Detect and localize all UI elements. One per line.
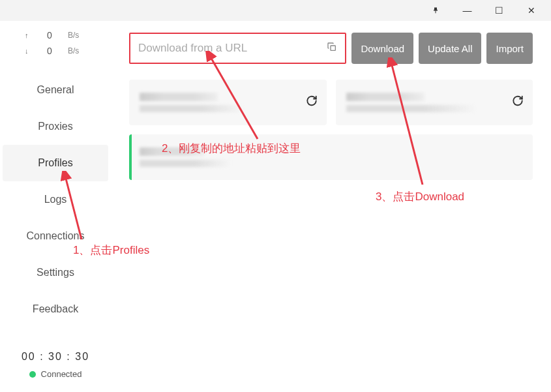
download-button[interactable]: Download (351, 33, 413, 64)
speed-indicator: ↑ 0 B/s ↓ 0 B/s (0, 21, 111, 72)
sidebar: ↑ 0 B/s ↓ 0 B/s General Proxies Profiles… (0, 21, 111, 392)
profile-title-redacted (140, 147, 205, 156)
nav-item-settings[interactable]: Settings (3, 254, 108, 291)
download-speed-unit: B/s (68, 46, 86, 55)
download-arrow-icon: ↓ (25, 47, 31, 55)
profile-subtitle-redacted (346, 105, 477, 112)
status-text: Connected (41, 369, 82, 379)
profile-card[interactable] (336, 80, 533, 125)
paste-icon[interactable] (327, 42, 337, 55)
svg-rect-0 (331, 46, 335, 50)
content-area: Download Update All Import (111, 21, 551, 392)
download-speed-value: 0 (43, 46, 56, 56)
maximize-button[interactable]: ☐ (484, 1, 514, 20)
titlebar: — ☐ ✕ (0, 0, 551, 21)
url-input[interactable] (138, 42, 327, 55)
status-dot-icon (29, 371, 36, 378)
minimize-button[interactable]: — (453, 1, 482, 20)
nav-item-general[interactable]: General (3, 72, 108, 108)
profile-card[interactable] (129, 80, 327, 125)
update-all-button[interactable]: Update All (419, 33, 481, 64)
nav-item-connections[interactable]: Connections (3, 218, 108, 254)
connection-timer: 00 : 30 : 30 (0, 351, 111, 363)
upload-arrow-icon: ↑ (25, 31, 31, 39)
profile-card-active[interactable] (129, 134, 533, 180)
nav-item-feedback[interactable]: Feedback (3, 291, 108, 327)
nav-item-profiles[interactable]: Profiles (3, 145, 108, 181)
profile-title-redacted (346, 93, 424, 101)
pin-icon[interactable] (421, 1, 450, 20)
top-bar: Download Update All Import (129, 33, 533, 64)
refresh-icon[interactable] (512, 95, 524, 110)
nav-item-logs[interactable]: Logs (3, 181, 108, 218)
upload-speed-value: 0 (43, 30, 56, 40)
upload-speed-unit: B/s (68, 31, 86, 40)
nav-menu: General Proxies Profiles Logs Connection… (0, 72, 111, 341)
profile-subtitle-redacted (140, 105, 244, 112)
profile-title-redacted (140, 93, 218, 101)
import-button[interactable]: Import (486, 33, 533, 64)
url-input-wrapper[interactable] (129, 33, 346, 64)
profile-subtitle-redacted (140, 160, 231, 167)
connection-status: Connected (0, 369, 111, 379)
close-button[interactable]: ✕ (516, 1, 546, 20)
refresh-icon[interactable] (306, 95, 318, 110)
nav-item-proxies[interactable]: Proxies (3, 108, 108, 145)
